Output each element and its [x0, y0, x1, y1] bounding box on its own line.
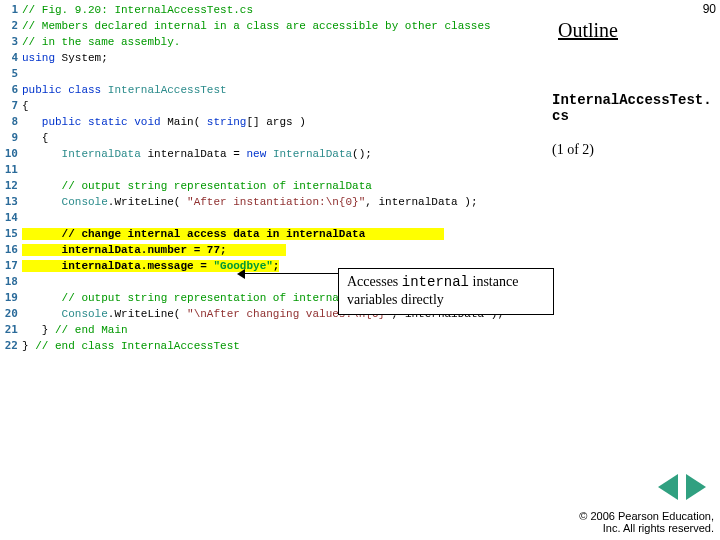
line-number: 1	[0, 2, 22, 18]
code-line: 7{	[0, 98, 540, 114]
callout-text-pre: Accesses	[347, 274, 402, 289]
line-number: 21	[0, 322, 22, 338]
line-number: 22	[0, 338, 22, 354]
line-number: 13	[0, 194, 22, 210]
next-slide-button[interactable]	[686, 474, 706, 500]
line-number: 9	[0, 130, 22, 146]
line-number: 20	[0, 306, 22, 322]
line-number: 7	[0, 98, 22, 114]
page-number: 90	[703, 2, 716, 16]
line-number: 19	[0, 290, 22, 306]
line-number: 14	[0, 210, 22, 226]
line-content: // in the same assembly.	[22, 36, 180, 48]
callout-code: internal	[402, 274, 469, 290]
line-content: InternalData internalData = new Internal…	[22, 148, 372, 160]
line-content: // output string representation of inter…	[22, 292, 372, 304]
code-line: 9 {	[0, 130, 540, 146]
code-line: 6public class InternalAccessTest	[0, 82, 540, 98]
line-content: } // end Main	[22, 324, 128, 336]
outline-heading: Outline	[558, 18, 720, 42]
code-line: 1// Fig. 9.20: InternalAccessTest.cs	[0, 2, 540, 18]
line-number: 6	[0, 82, 22, 98]
line-number: 4	[0, 50, 22, 66]
line-content: {	[22, 132, 48, 144]
copyright-line1: © 2006 Pearson Education,	[579, 510, 714, 522]
code-line: 4using System;	[0, 50, 540, 66]
side-panel: 90 Outline InternalAccessTest. cs (1 of …	[552, 0, 720, 158]
line-number: 18	[0, 274, 22, 290]
code-line: 5	[0, 66, 540, 82]
file-label-line1: InternalAccessTest.	[552, 92, 712, 108]
line-content: Console.WriteLine( "After instantiation:…	[22, 196, 478, 208]
line-number: 10	[0, 146, 22, 162]
code-line: 12 // output string representation of in…	[0, 178, 540, 194]
copyright-footer: © 2006 Pearson Education, Inc. All right…	[579, 510, 714, 534]
line-number: 12	[0, 178, 22, 194]
line-content: } // end class InternalAccessTest	[22, 340, 240, 352]
code-line: 2// Members declared internal in a class…	[0, 18, 540, 34]
line-content: public class InternalAccessTest	[22, 84, 227, 96]
line-content: // output string representation of inter…	[22, 180, 372, 192]
line-content: {	[22, 100, 29, 112]
code-line: 14	[0, 210, 540, 226]
line-number: 5	[0, 66, 22, 82]
callout-arrow-head-icon	[237, 269, 245, 279]
nav-buttons	[656, 474, 708, 504]
line-content: public static void Main( string[] args )	[22, 116, 306, 128]
code-line: 15 // change internal access data in int…	[0, 226, 540, 242]
callout-arrow-line	[244, 273, 338, 274]
line-number: 17	[0, 258, 22, 274]
file-label-line2: cs	[552, 108, 569, 124]
line-number: 15	[0, 226, 22, 242]
code-line: 3// in the same assembly.	[0, 34, 540, 50]
line-content: // Fig. 9.20: InternalAccessTest.cs	[22, 4, 253, 16]
prev-slide-button[interactable]	[658, 474, 678, 500]
callout-box: Accesses internal instance variables dir…	[338, 268, 554, 315]
copyright-line2: Inc. All rights reserved.	[603, 522, 714, 534]
line-content: // change internal access data in intern…	[22, 228, 444, 240]
code-line: 8 public static void Main( string[] args…	[0, 114, 540, 130]
line-content: internalData.number = 77;	[22, 244, 286, 256]
code-line: 22} // end class InternalAccessTest	[0, 338, 540, 354]
page-indicator: (1 of 2)	[552, 142, 720, 158]
line-content: using System;	[22, 52, 108, 64]
line-number: 8	[0, 114, 22, 130]
line-number: 3	[0, 34, 22, 50]
line-number: 2	[0, 18, 22, 34]
code-line: 13 Console.WriteLine( "After instantiati…	[0, 194, 540, 210]
file-label: InternalAccessTest. cs	[552, 92, 720, 124]
code-line: 11	[0, 162, 540, 178]
line-number: 16	[0, 242, 22, 258]
code-line: 10 InternalData internalData = new Inter…	[0, 146, 540, 162]
line-content: // Members declared internal in a class …	[22, 20, 497, 32]
line-number: 11	[0, 162, 22, 178]
code-line: 16 internalData.number = 77;	[0, 242, 540, 258]
code-line: 21 } // end Main	[0, 322, 540, 338]
